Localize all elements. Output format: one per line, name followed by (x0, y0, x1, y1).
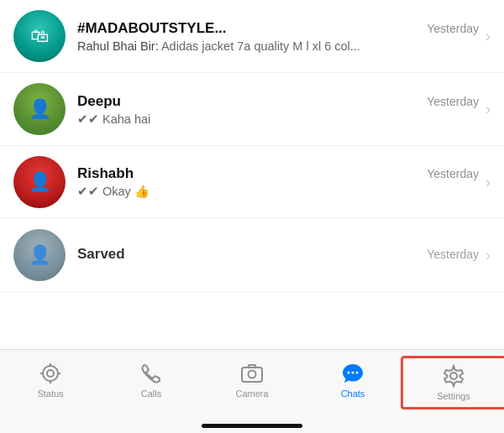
svg-point-11 (450, 373, 457, 379)
tab-settings[interactable]: Settings (401, 356, 504, 410)
chat-content: Rishabh Yesterday ✔✔ Okay 👍 (77, 165, 479, 199)
chat-header: #MADABOUTSTYLE... Yesterday (77, 20, 479, 37)
chevron-icon: › (486, 174, 491, 191)
chat-item[interactable]: 🛍 #MADABOUTSTYLE... Yesterday Rahul Bhai… (0, 0, 504, 73)
tab-status-label: Status (37, 389, 63, 399)
chat-name: Deepu (77, 93, 121, 110)
tab-camera[interactable]: Camera (202, 358, 302, 402)
chat-item[interactable]: 👤 Rishabh Yesterday ✔✔ Okay 👍 › (0, 146, 504, 219)
chat-content: Deepu Yesterday ✔✔ Kaha hai (77, 93, 479, 126)
chat-name: #MADABOUTSTYLE... (77, 20, 227, 37)
tab-chats-label: Chats (341, 389, 365, 399)
svg-point-7 (249, 371, 256, 378)
chat-content: Sarved Yesterday (77, 246, 479, 265)
avatar: 👤 (13, 156, 66, 208)
chat-preview: ✔✔ Kaha hai (77, 112, 413, 126)
chat-time: Yesterday (427, 95, 479, 108)
chat-header: Sarved Yesterday (77, 246, 479, 263)
tab-camera-label: Camera (235, 389, 268, 399)
home-indicator (202, 424, 302, 428)
chevron-icon: › (486, 101, 491, 118)
chevron-icon: › (486, 28, 491, 45)
chat-content: #MADABOUTSTYLE... Yesterday Rahul Bhai B… (77, 20, 479, 53)
svg-point-0 (43, 366, 58, 381)
calls-icon (139, 362, 163, 385)
tab-bar: Status Calls Camera Chats S (0, 349, 504, 433)
chats-icon (341, 362, 365, 385)
chat-time: Yesterday (427, 22, 479, 35)
chat-name: Sarved (77, 246, 125, 263)
tab-chats[interactable]: Chats (302, 358, 403, 402)
chat-preview: ✔✔ Okay 👍 (77, 185, 413, 199)
tab-status[interactable]: Status (0, 358, 101, 402)
avatar: 👤 (13, 83, 66, 135)
svg-point-9 (352, 372, 354, 374)
tab-calls-label: Calls (141, 389, 161, 399)
chat-list: 🛍 #MADABOUTSTYLE... Yesterday Rahul Bhai… (0, 0, 504, 292)
chat-header: Deepu Yesterday (77, 93, 479, 110)
chevron-icon: › (486, 247, 491, 264)
svg-point-8 (348, 372, 350, 374)
svg-point-10 (356, 372, 359, 374)
svg-point-1 (47, 370, 54, 377)
chat-item[interactable]: 👤 Deepu Yesterday ✔✔ Kaha hai › (0, 73, 504, 146)
tab-calls[interactable]: Calls (101, 358, 202, 402)
chat-item[interactable]: 👤 Sarved Yesterday › (0, 219, 504, 292)
avatar: 🛍 (13, 10, 66, 62)
chat-preview: Rahul Bhai Bir: Adidas jacket 7a quality… (77, 39, 413, 53)
camera-icon (240, 362, 264, 385)
avatar: 👤 (13, 229, 66, 281)
chat-header: Rishabh Yesterday (77, 165, 479, 182)
settings-icon (442, 364, 465, 388)
tab-settings-label: Settings (437, 391, 470, 401)
chat-time: Yesterday (427, 248, 479, 261)
status-icon (39, 362, 62, 385)
chat-name: Rishabh (77, 165, 134, 182)
chat-time: Yesterday (427, 167, 479, 180)
